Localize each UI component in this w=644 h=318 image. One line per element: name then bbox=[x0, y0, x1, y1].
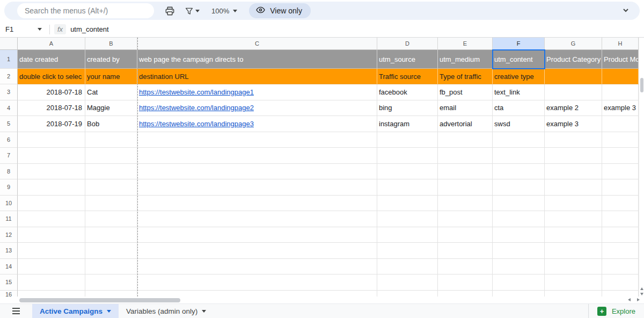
cell-H15[interactable] bbox=[602, 274, 639, 291]
cell-H1[interactable]: Product Mo bbox=[602, 50, 639, 69]
cell-C14[interactable] bbox=[137, 259, 377, 275]
cell-A13[interactable] bbox=[18, 243, 85, 259]
cell-D7[interactable] bbox=[377, 148, 438, 164]
cell-E9[interactable] bbox=[438, 179, 493, 196]
cell-B1[interactable]: created by bbox=[85, 50, 137, 69]
cell-H12[interactable] bbox=[602, 227, 639, 243]
cell-E1[interactable]: utm_medium bbox=[438, 50, 493, 69]
cell-G8[interactable] bbox=[545, 164, 602, 180]
cell-F7[interactable] bbox=[493, 148, 545, 164]
cell-D2[interactable]: Traffic source bbox=[377, 69, 438, 84]
cell-E5[interactable]: advertorial bbox=[438, 116, 493, 132]
row-header-2[interactable]: 2 bbox=[0, 69, 18, 84]
tab-active-campaigns[interactable]: Active Campaigns bbox=[32, 304, 119, 318]
cell-B5[interactable]: Bob bbox=[85, 116, 137, 132]
cell-F8[interactable] bbox=[493, 164, 545, 180]
tab-variables-admin-only[interactable]: Variables (admin only) bbox=[119, 304, 214, 318]
cell-F5[interactable]: swsd bbox=[493, 116, 545, 132]
collapse-toolbar-button[interactable] bbox=[619, 4, 632, 18]
cell-F11[interactable] bbox=[493, 211, 545, 227]
row-header-10[interactable]: 10 bbox=[0, 196, 18, 212]
cell-F4[interactable]: cta bbox=[493, 100, 545, 117]
cell-C6[interactable] bbox=[137, 132, 377, 148]
cell-B12[interactable] bbox=[85, 227, 137, 243]
cell-D3[interactable]: facebook bbox=[377, 84, 438, 100]
cell-F16[interactable] bbox=[493, 291, 545, 297]
formula-input[interactable]: utm_content bbox=[70, 25, 644, 33]
cell-A12[interactable] bbox=[18, 227, 85, 243]
row-header-1[interactable]: 1 bbox=[0, 50, 18, 69]
row-header-6[interactable]: 6 bbox=[0, 132, 18, 148]
scroll-left-icon[interactable] bbox=[628, 298, 631, 301]
cell-C12[interactable] bbox=[137, 227, 377, 243]
cell-H5[interactable] bbox=[602, 116, 639, 132]
column-header-G[interactable]: G bbox=[545, 38, 602, 50]
cell-G14[interactable] bbox=[545, 259, 602, 275]
cell-A2[interactable]: double click to selec bbox=[18, 69, 85, 84]
row-header-5[interactable]: 5 bbox=[0, 116, 18, 132]
cell-A5[interactable]: 2018-07-19 bbox=[18, 116, 85, 132]
cell-C13[interactable] bbox=[137, 243, 377, 259]
cell-B10[interactable] bbox=[85, 196, 137, 212]
cell-A9[interactable] bbox=[18, 179, 85, 196]
cell-C5[interactable]: https://testwebsite.com/landingpage3 bbox=[137, 116, 377, 132]
cell-B4[interactable]: Maggie bbox=[85, 100, 137, 117]
cell-D10[interactable] bbox=[377, 196, 438, 212]
cell-E3[interactable]: fb_post bbox=[438, 84, 493, 100]
cell-E13[interactable] bbox=[438, 243, 493, 259]
cell-E16[interactable] bbox=[438, 291, 493, 297]
cell-E4[interactable]: email bbox=[438, 100, 493, 117]
row-header-4[interactable]: 4 bbox=[0, 100, 18, 117]
cell-A8[interactable] bbox=[18, 164, 85, 180]
cell-B6[interactable] bbox=[85, 132, 137, 148]
cell-G3[interactable] bbox=[545, 84, 602, 100]
cell-F1[interactable]: utm_content bbox=[493, 50, 545, 69]
cell-A10[interactable] bbox=[18, 196, 85, 212]
cell-B16[interactable] bbox=[85, 291, 137, 297]
cell-B3[interactable]: Cat bbox=[85, 84, 137, 100]
cell-A11[interactable] bbox=[18, 211, 85, 227]
cell-G4[interactable]: example 2 bbox=[545, 100, 602, 117]
cell-A15[interactable] bbox=[18, 274, 85, 291]
cell-H7[interactable] bbox=[602, 148, 639, 164]
cell-D4[interactable]: bing bbox=[377, 100, 438, 117]
column-header-D[interactable]: D bbox=[377, 38, 438, 50]
cell-H10[interactable] bbox=[602, 196, 639, 212]
cell-G1[interactable]: Product Category bbox=[545, 50, 602, 69]
cell-G10[interactable] bbox=[545, 196, 602, 212]
cell-F6[interactable] bbox=[493, 132, 545, 148]
cell-D8[interactable] bbox=[377, 164, 438, 180]
row-header-14[interactable]: 14 bbox=[0, 259, 18, 275]
cell-H9[interactable] bbox=[602, 179, 639, 196]
cell-C16[interactable] bbox=[137, 291, 377, 297]
cell-G12[interactable] bbox=[545, 227, 602, 243]
cell-F10[interactable] bbox=[493, 196, 545, 212]
cell-A1[interactable]: date created bbox=[18, 50, 85, 69]
cell-C8[interactable] bbox=[137, 164, 377, 180]
horizontal-scrollbar[interactable] bbox=[0, 297, 644, 303]
cell-D15[interactable] bbox=[377, 274, 438, 291]
cell-D5[interactable]: instagram bbox=[377, 116, 438, 132]
scroll-down-icon[interactable] bbox=[640, 293, 643, 295]
cell-C1[interactable]: web page the campaign directs to bbox=[137, 50, 377, 69]
cell-C2[interactable]: destination URL bbox=[137, 69, 377, 84]
explore-button[interactable]: + Explore bbox=[588, 304, 644, 318]
cell-B15[interactable] bbox=[85, 274, 137, 291]
cell-A14[interactable] bbox=[18, 259, 85, 275]
cell-E14[interactable] bbox=[438, 259, 493, 275]
row-header-11[interactable]: 11 bbox=[0, 211, 18, 227]
cell-C15[interactable] bbox=[137, 274, 377, 291]
cell-A7[interactable] bbox=[18, 148, 85, 164]
cell-F13[interactable] bbox=[493, 243, 545, 259]
cell-A4[interactable]: 2018-07-18 bbox=[18, 100, 85, 117]
cell-C9[interactable] bbox=[137, 179, 377, 196]
cell-D12[interactable] bbox=[377, 227, 438, 243]
column-header-H[interactable]: H bbox=[602, 38, 639, 50]
print-button[interactable] bbox=[162, 4, 178, 18]
cell-D16[interactable] bbox=[377, 291, 438, 297]
menu-search-input[interactable]: Search the menus (Alt+/) bbox=[17, 3, 154, 18]
cell-F3[interactable]: text_link bbox=[493, 84, 545, 100]
scroll-right-icon[interactable] bbox=[637, 298, 640, 301]
cell-H3[interactable] bbox=[602, 84, 639, 100]
cell-link[interactable]: https://testwebsite.com/landingpage1 bbox=[139, 88, 254, 96]
